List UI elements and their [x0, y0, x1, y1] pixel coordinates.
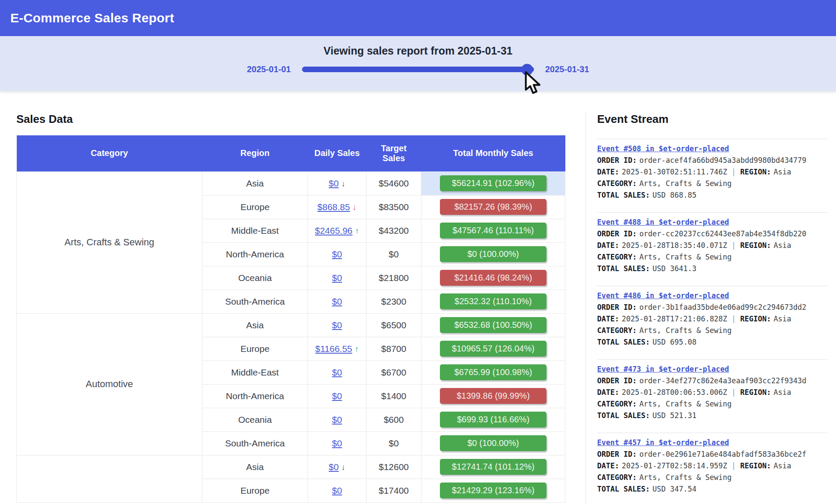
- date-value: 2025-01-30T02:51:11.746Z: [622, 168, 727, 176]
- daily-sales-cell: $0: [308, 408, 366, 431]
- date-slider-handle[interactable]: [521, 64, 533, 75]
- pipe-separator: |: [732, 168, 736, 176]
- monthly-sales-badge: $82157.26 (98.39%): [440, 199, 546, 215]
- date-value: 2025-01-28T17:21:06.828Z: [622, 315, 727, 323]
- daily-sales-link[interactable]: $2465.96: [315, 226, 353, 235]
- monthly-sales-badge: $0 (100.00%): [440, 246, 546, 262]
- event-date-line: DATE:2025-01-30T02:51:11.746Z|REGION:Asi…: [597, 166, 827, 178]
- target-sales-cell: $83500: [366, 195, 421, 219]
- daily-sales-link[interactable]: $0: [332, 296, 342, 306]
- category-cell: Arts, Crafts & Sewing: [17, 171, 202, 313]
- header-row: Category Region Daily Sales Target Sales…: [17, 135, 565, 171]
- pipe-separator: |: [732, 461, 736, 470]
- event-link[interactable]: Event #457 in $et-order-placed: [597, 438, 729, 447]
- sales-table: Category Region Daily Sales Target Sales…: [16, 135, 565, 503]
- column-header-total-monthly-sales: Total Monthly Sales: [421, 135, 565, 171]
- event-total-line: TOTAL SALES:USD 3641.3: [597, 263, 827, 275]
- event-link[interactable]: Event #473 in $et-order-placed: [597, 365, 729, 373]
- slider-title: Viewing sales report from 2025-01-31: [0, 45, 836, 57]
- monthly-sales-cell: $6532.68 (100.50%): [421, 313, 565, 337]
- daily-sales-link[interactable]: $868.85: [317, 202, 350, 212]
- total-sales-value: USD 521.31: [653, 411, 696, 420]
- slider-row: 2025-01-01 2025-01-31: [0, 64, 836, 74]
- monthly-sales-badge: $6532.68 (100.50%): [440, 317, 546, 333]
- daily-sales-link[interactable]: $0: [332, 320, 342, 330]
- daily-sales-link[interactable]: $1166.55: [315, 344, 352, 354]
- daily-sales-link[interactable]: $0: [332, 486, 342, 495]
- sales-data-heading: Sales Data: [16, 113, 565, 126]
- region-cell: Asia: [202, 455, 308, 479]
- region-value: Asia: [774, 315, 791, 323]
- page-title: E-Commerce Sales Report: [10, 11, 174, 25]
- category-label: CATEGORY:: [597, 326, 637, 335]
- region-value: Asia: [774, 168, 791, 176]
- region-cell: North-America: [202, 242, 308, 266]
- daily-sales-cell: $0: [308, 431, 366, 455]
- date-label: DATE:: [597, 461, 619, 470]
- order-id-label: ORDER ID:: [597, 303, 637, 312]
- daily-sales-link[interactable]: $0: [332, 415, 342, 425]
- date-value: 2025-01-27T02:58:14.959Z: [622, 461, 727, 470]
- target-sales-cell: $43200: [366, 219, 421, 242]
- daily-sales-link[interactable]: $0: [332, 438, 342, 448]
- category-label: CATEGORY:: [597, 400, 637, 408]
- region-label: REGION:: [740, 241, 771, 250]
- region-cell: Middle-East: [202, 219, 308, 242]
- date-label: DATE:: [597, 315, 619, 323]
- monthly-sales-badge: $1399.86 (99.99%): [440, 388, 546, 404]
- page: { "header": { "title": "E-Commerce Sales…: [0, 0, 836, 504]
- event-total-line: TOTAL SALES:USD 868.85: [597, 189, 827, 201]
- event-date-line: DATE:2025-01-27T02:58:14.959Z|REGION:Asi…: [597, 460, 827, 472]
- monthly-sales-badge: $2532.32 (110.10%): [440, 293, 546, 309]
- event-category-line: CATEGORY:Arts, Crafts & Sewing: [597, 398, 827, 410]
- monthly-sales-cell: $56214.91 (102.96%): [421, 171, 565, 195]
- total-sales-value: USD 3641.3: [653, 264, 696, 273]
- region-label: REGION:: [740, 461, 771, 470]
- daily-sales-link[interactable]: $0: [332, 367, 342, 377]
- date-slider-track[interactable]: [302, 67, 534, 72]
- event-category-line: CATEGORY:Arts, Crafts & Sewing: [597, 472, 827, 483]
- daily-sales-link[interactable]: $0: [329, 178, 339, 188]
- category-label: CATEGORY:: [597, 473, 637, 482]
- region-cell: South-America: [202, 290, 308, 313]
- app-header: E-Commerce Sales Report: [0, 0, 836, 36]
- down-trend-arrow-icon: ↓: [341, 179, 345, 188]
- up-trend-arrow-icon: ↑: [355, 226, 360, 235]
- column-header-target-sales: Target Sales: [366, 135, 421, 171]
- order-id-value: order-34ef277c862e4a3eaaf903cc22f9343d: [639, 376, 806, 385]
- monthly-sales-cell: $12741.74 (101.12%): [421, 455, 565, 479]
- target-sales-cell: $0: [366, 242, 421, 266]
- event-card: Event #486 in $et-order-placed ORDER ID:…: [597, 286, 827, 359]
- daily-sales-link[interactable]: $0: [332, 249, 342, 259]
- column-header-daily-sales: Daily Sales: [308, 135, 366, 171]
- column-header-region: Region: [202, 135, 308, 171]
- region-label: REGION:: [740, 315, 771, 323]
- daily-sales-link[interactable]: $0: [332, 391, 342, 401]
- event-order-line: ORDER ID:order-cc20237cc62443ee87ab4e354…: [597, 228, 827, 240]
- event-order-line: ORDER ID:order-acef4fa66bd945a3abdd9980b…: [597, 155, 827, 166]
- date-value: 2025-01-28T00:06:53.006Z: [622, 388, 727, 397]
- order-id-value: order-3b1faad35bde4e06ad99c2c294673dd2: [639, 303, 806, 312]
- slider-min-label: 2025-01-01: [247, 64, 291, 74]
- main-content: Sales Data Category Region Daily Sales T…: [0, 91, 836, 504]
- region-cell: Asia: [202, 171, 308, 195]
- region-value: Asia: [774, 388, 791, 397]
- target-sales-cell: $6700: [366, 360, 421, 384]
- order-id-label: ORDER ID:: [597, 156, 637, 165]
- region-cell: Oceania: [202, 408, 308, 431]
- daily-sales-link[interactable]: $0: [332, 273, 342, 283]
- daily-sales-link[interactable]: $0: [329, 462, 339, 472]
- daily-sales-cell: $868.85↓: [308, 195, 366, 219]
- event-link[interactable]: Event #488 in $et-order-placed: [597, 218, 729, 226]
- event-link[interactable]: Event #508 in $et-order-placed: [597, 144, 729, 153]
- column-header-category: Category: [17, 135, 202, 171]
- event-total-line: TOTAL SALES:USD 695.08: [597, 336, 827, 348]
- monthly-sales-cell: $21429.29 (123.16%): [421, 479, 565, 502]
- event-link[interactable]: Event #486 in $et-order-placed: [597, 291, 729, 300]
- total-sales-label: TOTAL SALES:: [597, 485, 650, 493]
- monthly-sales-cell: $21416.46 (98.24%): [421, 266, 565, 290]
- daily-sales-cell: $0↓: [308, 171, 366, 195]
- order-id-value: order-0e2961e71a6e484abfadf583a36bce2f: [639, 450, 806, 458]
- monthly-sales-cell: $47567.46 (110.11%): [421, 219, 565, 242]
- sales-table-header: Category Region Daily Sales Target Sales…: [17, 135, 565, 171]
